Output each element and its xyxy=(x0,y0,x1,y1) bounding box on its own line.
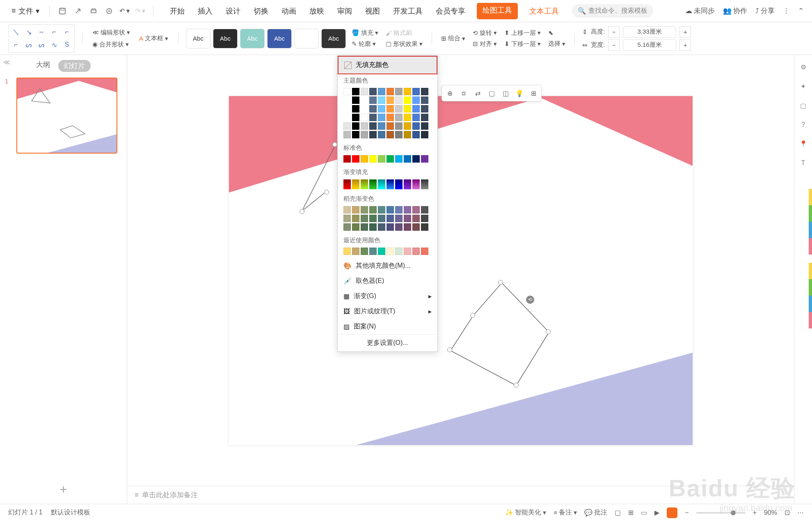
color-swatch[interactable] xyxy=(404,131,411,138)
line-shape[interactable]: ⌐ xyxy=(48,26,60,38)
color-swatch[interactable] xyxy=(387,122,394,130)
color-swatch[interactable] xyxy=(343,131,351,138)
color-swatch[interactable] xyxy=(395,248,403,255)
wps-logo-icon[interactable] xyxy=(667,507,677,518)
color-swatch[interactable] xyxy=(369,105,377,112)
line-shape[interactable]: ᔕ xyxy=(36,39,47,50)
selection-handle[interactable] xyxy=(447,347,452,352)
color-swatch[interactable] xyxy=(421,131,428,138)
color-swatch[interactable] xyxy=(395,88,403,95)
selection-handle[interactable] xyxy=(324,190,329,195)
tab-slides[interactable]: 幻灯片 xyxy=(58,60,91,72)
color-swatch[interactable] xyxy=(352,88,359,95)
line-shape[interactable]: ↘ xyxy=(23,26,34,38)
color-swatch[interactable] xyxy=(361,114,368,121)
increment-button[interactable]: + xyxy=(679,39,691,51)
color-swatch[interactable] xyxy=(421,105,428,112)
combine-button[interactable]: ⊞组合▾ xyxy=(439,34,467,43)
color-swatch[interactable] xyxy=(421,223,428,231)
color-swatch[interactable] xyxy=(352,215,359,222)
color-swatch[interactable] xyxy=(387,131,394,138)
color-swatch[interactable] xyxy=(412,131,420,138)
pin-icon[interactable]: 📍 xyxy=(799,140,807,148)
color-swatch[interactable] xyxy=(361,131,368,138)
gradient-swatch[interactable] xyxy=(352,179,359,189)
color-swatch[interactable] xyxy=(369,88,377,95)
edit-shape-button[interactable]: ≪编辑形状▾ xyxy=(90,28,133,37)
comments-toggle[interactable]: 💬批注 xyxy=(584,508,607,517)
line-shape[interactable]: S xyxy=(61,39,73,50)
gradient-swatch[interactable] xyxy=(404,179,411,189)
color-swatch[interactable] xyxy=(352,131,359,138)
search-box[interactable]: 🔍 查找命令、搜索模板 xyxy=(572,4,653,18)
color-swatch[interactable] xyxy=(412,248,420,255)
up-layer-button[interactable]: ⬆上移一层▾ xyxy=(503,28,542,38)
gradient-swatch[interactable] xyxy=(421,179,428,189)
line-shape[interactable]: ＼ xyxy=(10,26,22,38)
color-swatch[interactable] xyxy=(421,248,428,255)
color-swatch[interactable] xyxy=(378,114,385,121)
color-swatch[interactable] xyxy=(421,96,428,104)
color-swatch[interactable] xyxy=(387,88,394,95)
color-swatch[interactable] xyxy=(404,155,411,163)
align-button[interactable]: ⊟对齐▾ xyxy=(471,39,499,49)
color-swatch[interactable] xyxy=(412,206,420,213)
view-normal-icon[interactable]: ▢ xyxy=(615,509,621,516)
color-swatch[interactable] xyxy=(369,215,377,222)
color-swatch[interactable] xyxy=(352,223,359,231)
editable-shape-2[interactable] xyxy=(446,279,553,392)
outline-dropdown-button[interactable]: ✎轮廓▾ xyxy=(350,39,380,49)
template-icon[interactable]: ▢ xyxy=(800,102,806,110)
color-swatch[interactable] xyxy=(361,88,368,95)
tab-start[interactable]: 开始 xyxy=(168,3,186,19)
more-colors-option[interactable]: 🎨其他填充颜色(M)... xyxy=(338,258,437,273)
distribute-icon[interactable]: ⧈ xyxy=(457,87,470,99)
down-layer-button[interactable]: ⬇下移一层▾ xyxy=(503,39,542,49)
color-swatch[interactable] xyxy=(352,96,359,104)
color-swatch[interactable] xyxy=(404,248,411,255)
color-swatch[interactable] xyxy=(352,206,359,213)
color-swatch[interactable] xyxy=(369,131,377,138)
height-input[interactable]: 3.33厘米 xyxy=(623,26,676,38)
shape-effect-button[interactable]: ▢形状效果▾ xyxy=(384,39,424,49)
tab-review[interactable]: 审阅 xyxy=(336,3,354,19)
tab-insert[interactable]: 插入 xyxy=(196,3,214,19)
smart-beautify-button[interactable]: ✨智能美化▾ xyxy=(505,508,546,517)
preview-icon[interactable] xyxy=(103,5,115,17)
style-preset[interactable]: Abc xyxy=(186,29,210,48)
gradient-swatch[interactable] xyxy=(378,179,385,189)
color-swatch[interactable] xyxy=(421,215,428,222)
select-button[interactable]: ⬉ xyxy=(547,28,567,37)
color-swatch[interactable] xyxy=(361,155,368,163)
selection-handle[interactable] xyxy=(332,142,337,147)
eyedropper-option[interactable]: 💉取色器(E) xyxy=(338,273,437,289)
fit-icon[interactable]: ⊡ xyxy=(785,509,790,516)
tab-developer[interactable]: 开发工具 xyxy=(391,3,424,19)
shape-styles-gallery[interactable]: Abc Abc Abc Abc Abc Abc xyxy=(186,29,346,48)
gradient-swatch[interactable] xyxy=(343,179,351,189)
tab-slideshow[interactable]: 放映 xyxy=(308,3,326,19)
color-swatch[interactable] xyxy=(378,155,385,163)
color-swatch[interactable] xyxy=(343,155,351,163)
color-swatch[interactable] xyxy=(404,223,411,231)
color-swatch[interactable] xyxy=(421,88,428,95)
color-swatch[interactable] xyxy=(395,131,403,138)
style-preset[interactable]: Abc xyxy=(240,29,265,48)
color-swatch[interactable] xyxy=(352,248,359,255)
color-swatch[interactable] xyxy=(412,215,420,222)
color-swatch[interactable] xyxy=(404,114,411,121)
selection-handle[interactable] xyxy=(498,280,503,285)
selection-handle[interactable] xyxy=(470,313,475,318)
color-swatch[interactable] xyxy=(387,114,394,121)
color-swatch[interactable] xyxy=(343,206,351,213)
decrement-button[interactable]: − xyxy=(608,39,620,51)
line-shape[interactable]: ↔ xyxy=(36,26,47,38)
merge-shape-button[interactable]: ◉合并形状▾ xyxy=(90,40,133,49)
tab-text-tools[interactable]: 文本工具 xyxy=(528,3,560,19)
color-swatch[interactable] xyxy=(352,122,359,130)
color-swatch[interactable] xyxy=(421,155,428,163)
collapse-ribbon-icon[interactable]: ⌃ xyxy=(798,7,804,15)
no-fill-option[interactable]: 无填充颜色 xyxy=(338,56,437,74)
tab-outline[interactable]: 大纲 xyxy=(36,60,50,72)
line-shape[interactable]: ⌐ xyxy=(10,39,22,50)
